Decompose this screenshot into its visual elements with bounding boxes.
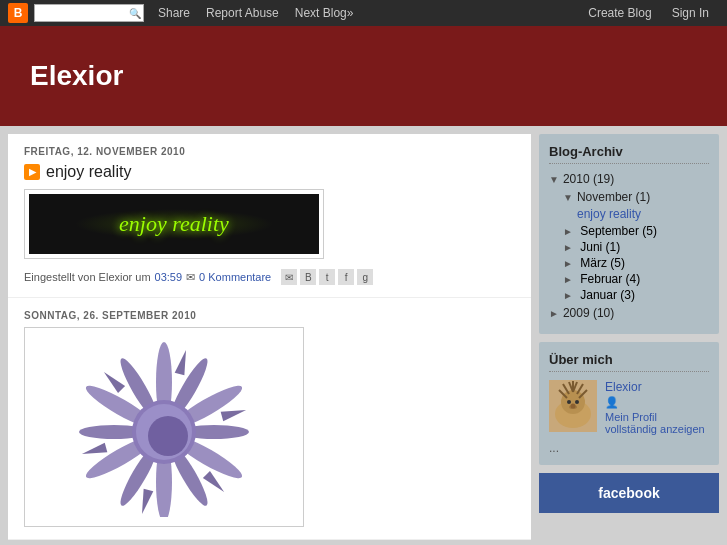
about-content: Elexior 👤 Mein Profil vollständig anzeig… (549, 380, 709, 435)
about-profile-icon: 👤 (605, 396, 709, 409)
about-links: Elexior 👤 Mein Profil vollständig anzeig… (605, 380, 709, 435)
create-blog-link[interactable]: Create Blog (578, 0, 661, 26)
archive-widget-title: Blog-Archiv (549, 144, 709, 164)
report-abuse-link[interactable]: Report Abuse (198, 0, 287, 26)
archive-month-nov-label: November (1) (577, 190, 650, 204)
archive-month-jan[interactable]: ► Januar (3) (549, 288, 709, 302)
hedgehog-avatar (549, 380, 597, 432)
content-area: FREITAG, 12. NOVEMBER 2010 ▶ enjoy reali… (8, 134, 531, 540)
about-profile-link[interactable]: Mein Profil vollständig anzeigen (605, 411, 709, 435)
archive-year-2009-label: 2009 (10) (563, 306, 614, 320)
search-input[interactable] (39, 7, 129, 19)
post-title-text-1: enjoy reality (46, 163, 131, 181)
facebook-widget[interactable]: facebook (539, 473, 719, 513)
post-meta-comments[interactable]: 0 Kommentare (199, 271, 271, 283)
svg-point-31 (575, 400, 579, 404)
archive-post-enjoy-reality[interactable]: enjoy reality (549, 207, 709, 221)
svg-marker-17 (100, 368, 125, 393)
main-layout: FREITAG, 12. NOVEMBER 2010 ▶ enjoy reali… (0, 126, 727, 545)
twitter-icon[interactable]: t (319, 269, 335, 285)
search-box[interactable]: 🔍 (34, 4, 144, 22)
navbar-links: Share Report Abuse Next Blog» (150, 0, 361, 26)
svg-point-20 (148, 416, 188, 456)
blog-header: Elexior (0, 26, 727, 126)
expand-feb-icon: ► (563, 274, 573, 285)
archive-month-sep-label: September (5) (580, 224, 657, 238)
post-image-1: enjoy reality (24, 189, 324, 259)
sidebar: Blog-Archiv ▼ 2010 (19) ▼ November (1) e… (539, 134, 719, 540)
archive-month-mar-label: März (5) (580, 256, 625, 270)
post-date-1: FREITAG, 12. NOVEMBER 2010 (24, 146, 515, 157)
post-meta-1: Eingestellt von Elexior um 03:59 ✉ 0 Kom… (24, 269, 515, 285)
email-icon[interactable]: ✉ (281, 269, 297, 285)
next-blog-link[interactable]: Next Blog» (287, 0, 362, 26)
navbar-right-links: Create Blog Sign In (578, 0, 719, 26)
about-ellipsis: ... (549, 441, 709, 455)
archive-year-2009[interactable]: ► 2009 (10) (549, 306, 709, 320)
post-1: FREITAG, 12. NOVEMBER 2010 ▶ enjoy reali… (8, 134, 531, 298)
archive-month-mar[interactable]: ► März (5) (549, 256, 709, 270)
archive-month-jan-label: Januar (3) (580, 288, 635, 302)
archive-year-2010[interactable]: ▼ 2010 (19) (549, 172, 709, 186)
facebook-label: facebook (598, 485, 659, 501)
sun-image-container (24, 327, 304, 527)
svg-point-33 (571, 404, 576, 409)
archive-month-jun[interactable]: ► Juni (1) (549, 240, 709, 254)
sign-in-link[interactable]: Sign In (662, 0, 719, 26)
post-feed-icon: ▶ (24, 164, 40, 180)
archive-month-nov[interactable]: ▼ November (1) (549, 190, 709, 204)
svg-marker-15 (137, 489, 153, 516)
enjoy-reality-banner: enjoy reality (29, 194, 319, 254)
expand-jan-icon: ► (563, 290, 573, 301)
archive-month-sep[interactable]: ► September (5) (549, 224, 709, 238)
archive-month-jun-label: Juni (1) (580, 240, 620, 254)
expand-2009-icon: ► (549, 308, 559, 319)
about-name-link[interactable]: Elexior (605, 380, 709, 394)
svg-marker-13 (221, 405, 248, 421)
post-title-1: ▶ enjoy reality (24, 163, 515, 181)
expand-2010-icon: ▼ (549, 174, 559, 185)
post-meta-separator: ✉ (186, 271, 195, 284)
expand-nov-icon: ▼ (563, 192, 573, 203)
blog-title: Elexior (30, 60, 123, 92)
expand-jun-icon: ► (563, 242, 573, 253)
blogthis-icon[interactable]: B (300, 269, 316, 285)
post-share-icons: ✉ B t f g (281, 269, 373, 285)
expand-sep-icon: ► (563, 226, 573, 237)
search-icon[interactable]: 🔍 (129, 8, 141, 19)
svg-marker-16 (81, 443, 108, 459)
expand-mar-icon: ► (563, 258, 573, 269)
avatar (549, 380, 597, 432)
blogger-logo: B (8, 3, 28, 23)
post-meta-time[interactable]: 03:59 (155, 271, 183, 283)
share-link[interactable]: Share (150, 0, 198, 26)
google-icon[interactable]: g (357, 269, 373, 285)
navbar: B 🔍 Share Report Abuse Next Blog» Create… (0, 0, 727, 26)
archive-widget: Blog-Archiv ▼ 2010 (19) ▼ November (1) e… (539, 134, 719, 334)
archive-month-feb-label: Februar (4) (580, 272, 640, 286)
svg-marker-12 (175, 349, 191, 376)
banner-text: enjoy reality (119, 211, 229, 237)
svg-point-22 (561, 390, 585, 414)
about-widget-title: Über mich (549, 352, 709, 372)
svg-marker-14 (203, 471, 228, 496)
sun-svg (54, 337, 274, 517)
post-meta-author: Eingestellt von Elexior um (24, 271, 151, 283)
archive-tree: ▼ 2010 (19) ▼ November (1) enjoy reality… (549, 172, 709, 320)
about-widget: Über mich (539, 342, 719, 465)
archive-month-feb[interactable]: ► Februar (4) (549, 272, 709, 286)
post-date-2: SONNTAG, 26. SEPTEMBER 2010 (24, 310, 515, 321)
post-2: SONNTAG, 26. SEPTEMBER 2010 (8, 298, 531, 540)
svg-point-30 (567, 400, 571, 404)
facebook-icon[interactable]: f (338, 269, 354, 285)
archive-year-2010-label: 2010 (19) (563, 172, 614, 186)
